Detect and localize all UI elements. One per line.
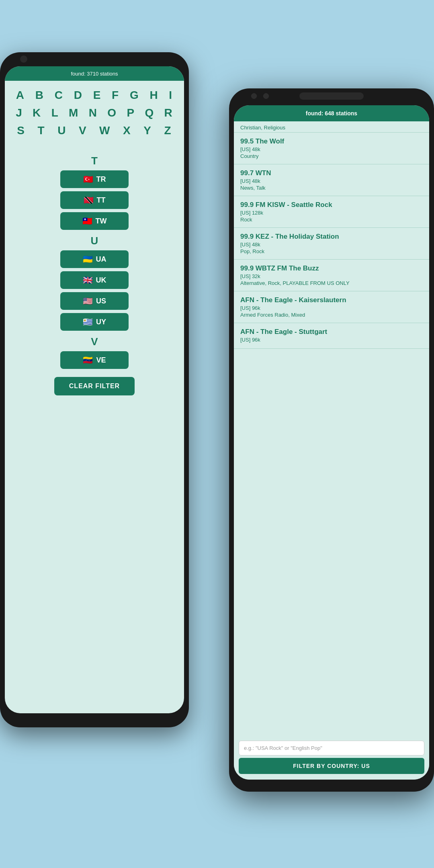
- alpha-Z[interactable]: Z: [164, 124, 172, 137]
- station-name-3: 99.9 KEZ - The Holiday Station: [240, 233, 423, 241]
- alpha-R[interactable]: R: [164, 106, 173, 119]
- front-top-bar: [299, 92, 364, 100]
- station-name-1: 99.7 WTN: [240, 169, 423, 177]
- alpha-M[interactable]: M: [69, 106, 79, 119]
- alpha-S[interactable]: S: [17, 124, 25, 137]
- station-genre-0: Country: [240, 153, 423, 159]
- clear-filter-button[interactable]: CLEAR FILTER: [54, 377, 135, 395]
- code-TW: TW: [96, 217, 107, 225]
- filter-by-country-button[interactable]: FILTER BY COUNTRY: US: [239, 758, 424, 774]
- front-cameras: [251, 93, 269, 99]
- station-name-5: AFN - The Eagle - Kaiserslautern: [240, 296, 423, 304]
- station-meta-5: [US] 96k: [240, 305, 423, 311]
- country-btn-UA[interactable]: 🇺🇦 UA: [60, 250, 129, 268]
- country-btn-TT[interactable]: 🇹🇹 TT: [60, 191, 129, 209]
- code-UY: UY: [96, 318, 106, 326]
- alpha-T[interactable]: T: [37, 124, 45, 137]
- station-genre-5: Armed Forces Radio, Mixed: [240, 312, 423, 318]
- flag-UY: 🇺🇾: [83, 317, 93, 327]
- alpha-U[interactable]: U: [57, 124, 66, 137]
- alpha-B[interactable]: B: [35, 89, 44, 102]
- station-meta-2: [US] 128k: [240, 210, 423, 216]
- section-U-label: U: [21, 235, 168, 247]
- flag-TR: 🇹🇷: [83, 174, 93, 184]
- alpha-N[interactable]: N: [89, 106, 98, 119]
- alpha-V[interactable]: V: [79, 124, 87, 137]
- section-V-label: V: [21, 336, 168, 348]
- partial-genre: Christian, Religious: [234, 121, 429, 132]
- alpha-E[interactable]: E: [93, 89, 102, 102]
- alpha-F[interactable]: F: [112, 89, 119, 102]
- station-item-3[interactable]: 99.9 KEZ - The Holiday Station [US] 48k …: [234, 228, 429, 260]
- country-btn-UY[interactable]: 🇺🇾 UY: [60, 313, 129, 331]
- alpha-K[interactable]: K: [33, 106, 41, 119]
- country-btn-UK[interactable]: 🇬🇧 UK: [60, 271, 129, 289]
- station-meta-4: [US] 32k: [240, 273, 423, 279]
- alpha-G[interactable]: G: [130, 89, 139, 102]
- station-item-6[interactable]: AFN - The Eagle - Stuttgart [US] 96k: [234, 323, 429, 349]
- search-input[interactable]: e.g.: "USA Rock" or "English Pop": [239, 741, 424, 755]
- station-item-1[interactable]: 99.7 WTN [US] 48k News, Talk: [234, 164, 429, 196]
- alphabet-row-2: J K L M N O P Q R: [11, 106, 178, 119]
- back-screen: found: 3710 stations A B C D E F G H I J…: [5, 66, 184, 713]
- station-item-4[interactable]: 99.9 WBTZ FM The Buzz [US] 32k Alternati…: [234, 260, 429, 291]
- back-notch: [66, 52, 123, 61]
- country-btn-US[interactable]: 🇺🇸 US: [60, 292, 129, 310]
- code-VE: VE: [96, 356, 106, 364]
- alpha-O[interactable]: O: [107, 106, 117, 119]
- alpha-P[interactable]: P: [127, 106, 135, 119]
- station-meta-3: [US] 48k: [240, 242, 423, 248]
- country-btn-VE[interactable]: 🇻🇪 VE: [60, 351, 129, 369]
- alpha-J[interactable]: J: [16, 106, 23, 119]
- country-btn-TR[interactable]: 🇹🇷 TR: [60, 170, 129, 188]
- alpha-C[interactable]: C: [55, 89, 63, 102]
- alphabet-row-1: A B C D E F G H I: [11, 89, 178, 102]
- front-camera-right: [263, 93, 269, 99]
- back-country-section: T 🇹🇷 TR 🇹🇹 TT 🇹🇼 TW U 🇺🇦 UA 🇬🇧 UK: [5, 155, 184, 395]
- alpha-W[interactable]: W: [99, 124, 111, 137]
- station-meta-0: [US] 48k: [240, 146, 423, 152]
- section-T-label: T: [21, 155, 168, 167]
- flag-UK: 🇬🇧: [83, 275, 93, 285]
- alpha-A[interactable]: A: [16, 89, 25, 102]
- station-meta-6: [US] 96k: [240, 337, 423, 343]
- back-alphabet-section: A B C D E F G H I J K L M N O P Q R: [5, 81, 184, 150]
- flag-UA: 🇺🇦: [83, 254, 93, 264]
- station-item-2[interactable]: 99.9 FM KISW - Seattle Rock [US] 128k Ro…: [234, 196, 429, 228]
- station-name-4: 99.9 WBTZ FM The Buzz: [240, 264, 423, 272]
- alpha-X[interactable]: X: [123, 124, 131, 137]
- code-UK: UK: [96, 276, 106, 285]
- code-TR: TR: [96, 175, 106, 184]
- front-found-label: found: 648 stations: [306, 110, 357, 117]
- station-item-5[interactable]: AFN - The Eagle - Kaiserslautern [US] 96…: [234, 291, 429, 323]
- front-bottom-bar: e.g.: "USA Rock" or "English Pop" FILTER…: [234, 737, 429, 780]
- front-camera-left: [251, 93, 257, 99]
- station-genre-1: News, Talk: [240, 185, 423, 191]
- flag-VE: 🇻🇪: [83, 355, 93, 365]
- alpha-L[interactable]: L: [51, 106, 59, 119]
- station-name-2: 99.9 FM KISW - Seattle Rock: [240, 201, 423, 209]
- alpha-Y[interactable]: Y: [143, 124, 152, 137]
- alpha-Q[interactable]: Q: [145, 106, 154, 119]
- alpha-D[interactable]: D: [74, 89, 83, 102]
- alphabet-row-3: S T U V W X Y Z: [11, 124, 178, 137]
- alpha-H[interactable]: H: [149, 89, 158, 102]
- code-TT: TT: [97, 196, 106, 205]
- code-UA: UA: [96, 255, 106, 264]
- back-camera: [20, 55, 27, 63]
- station-genre-3: Pop, Rock: [240, 248, 423, 254]
- back-status-bar: found: 3710 stations: [5, 66, 184, 81]
- alpha-I[interactable]: I: [169, 89, 173, 102]
- front-screen: found: 648 stations Christian, Religious…: [234, 105, 429, 780]
- flag-US: 🇺🇸: [83, 296, 93, 306]
- station-meta-1: [US] 48k: [240, 178, 423, 184]
- phone-front: found: 648 stations Christian, Religious…: [229, 88, 434, 792]
- station-genre-2: Rock: [240, 217, 423, 223]
- station-item-0[interactable]: 99.5 The Wolf [US] 48k Country: [234, 133, 429, 164]
- back-found-label: found: 3710 stations: [71, 71, 118, 77]
- station-list[interactable]: Christian, Religious 99.5 The Wolf [US] …: [234, 121, 429, 753]
- search-placeholder: e.g.: "USA Rock" or "English Pop": [244, 745, 322, 751]
- flag-TW: 🇹🇼: [82, 216, 92, 226]
- code-US: US: [96, 297, 106, 305]
- country-btn-TW[interactable]: 🇹🇼 TW: [60, 212, 129, 230]
